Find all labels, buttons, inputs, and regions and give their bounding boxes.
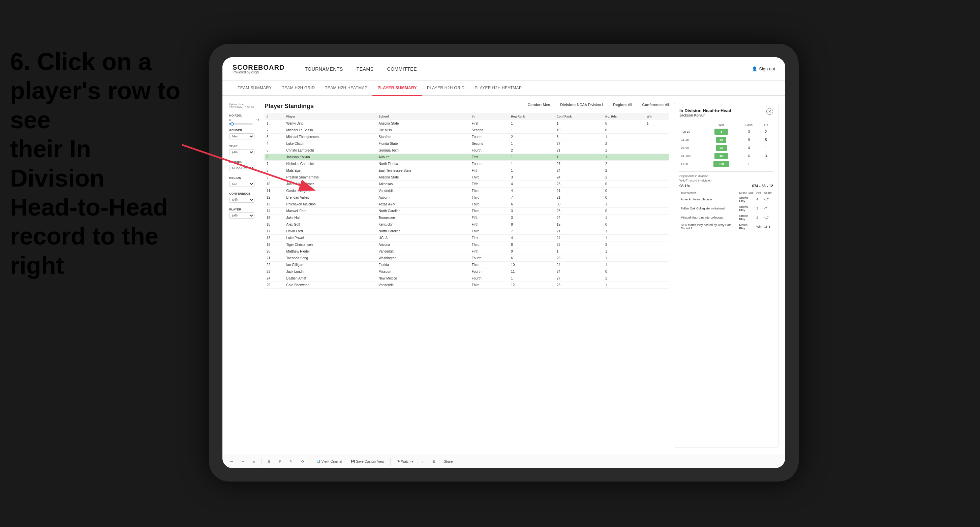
year-select[interactable]: (All): [229, 149, 255, 155]
table-row[interactable]: 12 Brendan Valles Auburn Third 7 21 0: [264, 194, 669, 201]
cell-conf: 30: [555, 201, 603, 208]
cell-school: Vanderbilt: [377, 282, 470, 289]
cell-school: Vanderbilt: [377, 187, 470, 194]
edit-button[interactable]: ✎: [287, 459, 295, 464]
nav-committee[interactable]: COMMITTEE: [380, 57, 424, 81]
cell-win: [645, 228, 669, 235]
cell-rank: 21: [264, 255, 285, 262]
sign-out-button[interactable]: 👤 Sign out: [752, 66, 775, 71]
grid-button[interactable]: ⊞: [265, 459, 273, 464]
copy-button[interactable]: ⎘: [276, 459, 284, 464]
table-row[interactable]: 23 Jack Lundin Missouri Fourth 11 24 0: [264, 268, 669, 275]
cell-yr: First: [470, 154, 509, 160]
table-row[interactable]: 24 Bastien Amat New Mexico Fourth 1 27 2: [264, 275, 669, 282]
cell-win: [645, 140, 669, 147]
table-row[interactable]: 22 Ian Gilligan Florida Third 10 24 1: [264, 262, 669, 268]
nav-tournaments[interactable]: TOURNAMENTS: [298, 57, 350, 81]
cell-rank: 18: [264, 235, 285, 241]
h2h-close-button[interactable]: ✕: [766, 108, 773, 115]
redo-button[interactable]: ↪: [239, 459, 247, 464]
cell-yr: Third: [470, 208, 509, 214]
cell-school: Auburn: [377, 154, 470, 160]
cell-rank: 2: [264, 127, 285, 134]
subnav-team-h2h-grid[interactable]: TEAM H2H GRID: [277, 81, 320, 96]
table-row[interactable]: 7 Nicholas Gabrelick North Florida Fourt…: [264, 160, 669, 167]
table-row[interactable]: 18 Luke Powell UCLA First 4 24 1: [264, 235, 669, 241]
download-button[interactable]: ↓: [419, 459, 426, 464]
cell-rds: 1: [603, 255, 645, 262]
table-row[interactable]: 13 Phichakon Maichon Texas A&M Third 6 3…: [264, 201, 669, 208]
share-button[interactable]: Share: [441, 459, 456, 464]
table-row[interactable]: 8 Mats Ege East Tennessee State Fifth 1 …: [264, 167, 669, 174]
table-row[interactable]: 14 Maxwell Ford North Carolina Third 3 2…: [264, 208, 669, 214]
table-row[interactable]: 4 Luke Claton Florida State Second 1 27 …: [264, 140, 669, 147]
stat-range: >100: [679, 160, 703, 168]
nav-teams[interactable]: TEAMS: [350, 57, 380, 81]
division-select[interactable]: NCAA Division I: [229, 165, 255, 171]
tourn-name: Fallen Oak Collegiate Invitational: [679, 204, 738, 213]
save-custom-view-button[interactable]: 💾 Save Custom View: [348, 459, 387, 464]
gender-select[interactable]: Men: [229, 133, 255, 140]
table-row[interactable]: 10 Jacob New Diener Arkansas Fifth 4 23 …: [264, 181, 669, 187]
cell-school: Missouri: [377, 268, 470, 275]
subnav-player-h2h-grid[interactable]: PLAYER H2H GRID: [422, 81, 470, 96]
table-row[interactable]: 15 Jake Hall Tennessee Fifth 3 24 1: [264, 214, 669, 221]
cell-yr: Fourth: [470, 134, 509, 140]
cell-rds: 0: [603, 208, 645, 214]
tourn-pos: 2: [755, 204, 763, 213]
subnav-team-h2h-heatmap[interactable]: TEAM H2H HEATMAP: [320, 81, 372, 96]
undo-button[interactable]: ↩: [228, 459, 235, 464]
cell-school: Auburn: [377, 194, 470, 201]
no-rds-slider[interactable]: [229, 123, 253, 125]
cell-rank: 22: [264, 262, 285, 268]
table-row[interactable]: 19 Tiger Christensen Arizona Third 8 23 …: [264, 241, 669, 248]
reset-button[interactable]: ⎌: [250, 459, 258, 464]
cell-rds: 2: [603, 147, 645, 154]
table-row[interactable]: 1 Wenyi Ding Arizona State First 1 1 8 1: [264, 120, 669, 127]
stat-range: 11-25: [679, 136, 703, 144]
table-row[interactable]: 20 Matthew Riedel Vanderbilt Fifth 9 1 1: [264, 248, 669, 255]
cell-yr: Third: [470, 194, 509, 201]
table-row[interactable]: 9 Preston Summerhays Arizona State Third…: [264, 174, 669, 181]
table-row[interactable]: 11 Gordon Sargent Vanderbilt Third 4 21 …: [264, 187, 669, 194]
h2h-stat-row: >100 578 11 1: [679, 160, 773, 168]
stat-tie: 2: [759, 128, 773, 136]
tourn-name: Mirabel Maui Jim Intercollegiate: [679, 213, 738, 222]
cell-yr: Fifth: [470, 248, 509, 255]
h2h-stat-row: 51-100 46 6 3: [679, 152, 773, 160]
cell-school: Georgia Tech: [377, 147, 470, 154]
cell-rank: 3: [264, 134, 285, 140]
table-row[interactable]: 17 David Ford North Carolina Third 7 21 …: [264, 228, 669, 235]
view-original-button[interactable]: 📊 View: Original: [314, 459, 345, 464]
subnav-player-h2h-heatmap[interactable]: PLAYER H2H HEATMAP: [470, 81, 527, 96]
table-row[interactable]: 21 Taehoon Song Washington Fourth 6 23 1: [264, 255, 669, 262]
table-row[interactable]: 6 Jackson Koivun Auburn First 1 1 1: [264, 154, 669, 160]
cell-school: Ole Miss: [377, 127, 470, 134]
cell-conf: 21: [555, 228, 603, 235]
table-row[interactable]: 5 Christo Lamprecht Georgia Tech Fourth …: [264, 147, 669, 154]
cell-player: Jake Hall: [285, 214, 377, 221]
region-select[interactable]: N/A: [229, 181, 255, 187]
tourn-name: Amer Ari Intercollegiate: [679, 195, 738, 204]
table-row[interactable]: 2 Michael La Sasso Ole Miss Second 1 19 …: [264, 127, 669, 134]
region-section: Region N/A: [229, 176, 259, 187]
cell-reg: 1: [509, 275, 555, 282]
table-row[interactable]: 25 Cole Sherwood Vanderbilt Third 12 23 …: [264, 282, 669, 289]
year-label: Year: [229, 144, 259, 148]
col-reg-rank: Reg Rank: [509, 113, 555, 120]
player-select[interactable]: (All): [229, 213, 255, 219]
subnav-player-summary[interactable]: PLAYER SUMMARY: [372, 81, 422, 96]
grid-view-button[interactable]: ⊠: [430, 459, 438, 464]
cell-win: [645, 208, 669, 214]
opponents-label: Opponents in division:: [679, 175, 773, 178]
conference-filter: Conference: All: [642, 103, 669, 107]
slider-thumb[interactable]: [231, 122, 234, 125]
cell-rds: 0: [603, 127, 645, 134]
table-row[interactable]: 16 Alex Goff Kentucky Fifth 8 19 0: [264, 221, 669, 228]
subnav-team-summary[interactable]: TEAM SUMMARY: [232, 81, 277, 96]
stat-loss: 6: [740, 152, 759, 160]
table-row[interactable]: 3 Michael Thorbjornsen Stanford Fourth 2…: [264, 134, 669, 140]
watch-button[interactable]: 👁 Watch ▾: [394, 459, 416, 464]
refresh-button[interactable]: ⟳: [299, 459, 307, 464]
conference-select[interactable]: (All): [229, 197, 255, 203]
